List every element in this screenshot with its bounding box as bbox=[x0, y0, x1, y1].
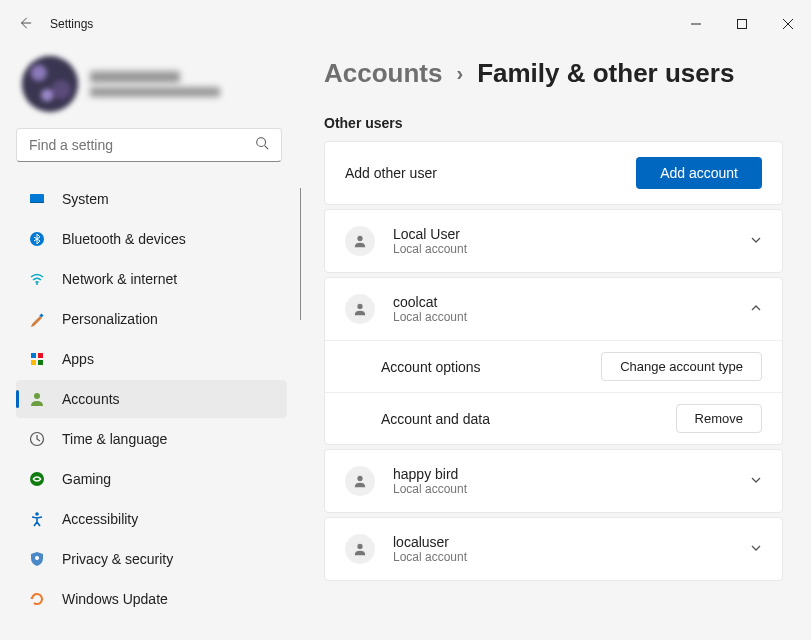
wifi-icon bbox=[28, 270, 46, 288]
sidebar-item-label: Privacy & security bbox=[62, 551, 173, 567]
account-data-row: Account and data Remove bbox=[325, 392, 782, 444]
user-name: coolcat bbox=[393, 294, 467, 310]
user-card: localuser Local account bbox=[324, 517, 783, 581]
maximize-button[interactable] bbox=[719, 8, 765, 40]
close-button[interactable] bbox=[765, 8, 811, 40]
window-controls bbox=[673, 8, 811, 40]
chevron-down-icon bbox=[750, 232, 762, 250]
chevron-down-icon bbox=[750, 472, 762, 490]
user-row[interactable]: happy bird Local account bbox=[325, 450, 782, 512]
person-icon bbox=[345, 534, 375, 564]
clock-icon bbox=[28, 430, 46, 448]
gaming-icon bbox=[28, 470, 46, 488]
user-card: happy bird Local account bbox=[324, 449, 783, 513]
svg-point-14 bbox=[35, 512, 39, 516]
sidebar-item-bluetooth[interactable]: Bluetooth & devices bbox=[16, 220, 287, 258]
svg-point-11 bbox=[34, 393, 40, 399]
svg-point-15 bbox=[35, 556, 39, 560]
sidebar-item-label: Personalization bbox=[62, 311, 158, 327]
nav-list: SystemBluetooth & devicesNetwork & inter… bbox=[16, 180, 300, 618]
person-icon bbox=[345, 466, 375, 496]
user-row[interactable]: Local User Local account bbox=[325, 210, 782, 272]
chevron-up-icon bbox=[750, 300, 762, 318]
sidebar-item-time[interactable]: Time & language bbox=[16, 420, 287, 458]
update-icon bbox=[28, 590, 46, 608]
svg-rect-10 bbox=[38, 360, 43, 365]
account-options-row: Account options Change account type bbox=[325, 340, 782, 392]
titlebar: Settings bbox=[0, 0, 811, 48]
user-name: Local User bbox=[393, 226, 467, 242]
breadcrumb-current: Family & other users bbox=[477, 58, 734, 89]
svg-rect-0 bbox=[738, 20, 747, 29]
sidebar-item-accounts[interactable]: Accounts bbox=[16, 380, 287, 418]
user-type: Local account bbox=[393, 550, 467, 564]
sidebar-item-gaming[interactable]: Gaming bbox=[16, 460, 287, 498]
svg-point-1 bbox=[257, 138, 266, 147]
sidebar-item-update[interactable]: Windows Update bbox=[16, 580, 287, 618]
avatar bbox=[22, 56, 78, 112]
sidebar-item-label: Gaming bbox=[62, 471, 111, 487]
person-icon bbox=[345, 226, 375, 256]
account-options-label: Account options bbox=[381, 359, 481, 375]
sidebar-item-system[interactable]: System bbox=[16, 180, 287, 218]
sidebar-item-accessibility[interactable]: Accessibility bbox=[16, 500, 287, 538]
section-heading: Other users bbox=[324, 115, 783, 131]
sidebar-item-label: Windows Update bbox=[62, 591, 168, 607]
sidebar-item-label: Time & language bbox=[62, 431, 167, 447]
sidebar-item-label: Accessibility bbox=[62, 511, 138, 527]
user-expanded: Account options Change account type Acco… bbox=[325, 340, 782, 444]
svg-rect-9 bbox=[31, 360, 36, 365]
back-button[interactable] bbox=[18, 16, 32, 33]
svg-rect-8 bbox=[38, 353, 43, 358]
bluetooth-icon bbox=[28, 230, 46, 248]
breadcrumb-parent[interactable]: Accounts bbox=[324, 58, 442, 89]
user-name: happy bird bbox=[393, 466, 467, 482]
svg-rect-3 bbox=[30, 202, 44, 203]
divider bbox=[300, 188, 301, 320]
person-icon bbox=[345, 294, 375, 324]
user-type: Local account bbox=[393, 242, 467, 256]
search-icon bbox=[255, 136, 269, 154]
svg-point-17 bbox=[357, 304, 362, 309]
user-row[interactable]: coolcat Local account bbox=[325, 278, 782, 340]
sidebar-item-network[interactable]: Network & internet bbox=[16, 260, 287, 298]
sidebar-item-privacy[interactable]: Privacy & security bbox=[16, 540, 287, 578]
search-input[interactable] bbox=[29, 137, 245, 153]
content: Accounts › Family & other users Other us… bbox=[300, 48, 811, 640]
shield-icon bbox=[28, 550, 46, 568]
brush-icon bbox=[28, 310, 46, 328]
sidebar-item-label: Network & internet bbox=[62, 271, 177, 287]
change-account-type-button[interactable]: Change account type bbox=[601, 352, 762, 381]
sidebar-item-label: Accounts bbox=[62, 391, 120, 407]
sidebar-item-personalization[interactable]: Personalization bbox=[16, 300, 287, 338]
remove-button[interactable]: Remove bbox=[676, 404, 762, 433]
svg-point-13 bbox=[30, 472, 44, 486]
sidebar-item-label: Apps bbox=[62, 351, 94, 367]
window-title: Settings bbox=[50, 17, 93, 31]
svg-rect-7 bbox=[31, 353, 36, 358]
user-card: Local User Local account bbox=[324, 209, 783, 273]
user-name: localuser bbox=[393, 534, 467, 550]
profile-block[interactable] bbox=[16, 52, 300, 128]
user-card: coolcat Local account Account options Ch… bbox=[324, 277, 783, 445]
search-input-wrap[interactable] bbox=[16, 128, 282, 162]
accessibility-icon bbox=[28, 510, 46, 528]
sidebar-item-apps[interactable]: Apps bbox=[16, 340, 287, 378]
user-type: Local account bbox=[393, 482, 467, 496]
minimize-button[interactable] bbox=[673, 8, 719, 40]
svg-rect-2 bbox=[30, 194, 44, 203]
add-user-label: Add other user bbox=[345, 165, 437, 181]
add-user-row: Add other user Add account bbox=[324, 141, 783, 205]
add-account-button[interactable]: Add account bbox=[636, 157, 762, 189]
system-icon bbox=[28, 190, 46, 208]
svg-point-18 bbox=[357, 476, 362, 481]
svg-point-5 bbox=[36, 283, 38, 285]
user-type: Local account bbox=[393, 310, 467, 324]
profile-name-redacted bbox=[90, 71, 220, 97]
svg-point-19 bbox=[357, 544, 362, 549]
person-icon bbox=[28, 390, 46, 408]
account-data-label: Account and data bbox=[381, 411, 490, 427]
user-row[interactable]: localuser Local account bbox=[325, 518, 782, 580]
chevron-down-icon bbox=[750, 540, 762, 558]
sidebar: SystemBluetooth & devicesNetwork & inter… bbox=[0, 48, 300, 640]
